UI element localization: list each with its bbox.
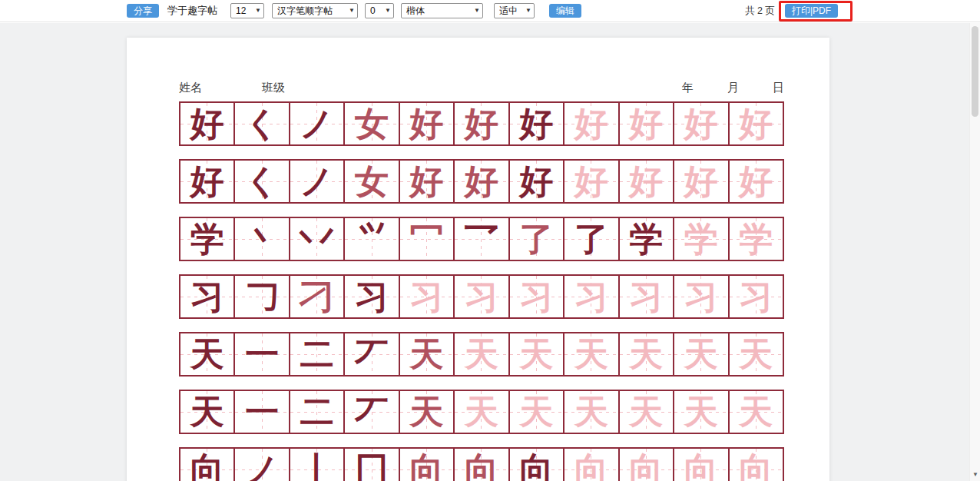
practice-char: く	[245, 161, 280, 202]
grid-cell: 好	[730, 103, 783, 144]
day-label: 日	[773, 81, 784, 95]
grid-cell: 丆	[345, 333, 399, 375]
template-select[interactable]: 汉字笔顺字帖	[272, 3, 358, 18]
grid-cell: 天	[455, 391, 509, 433]
practice-char: 了	[519, 218, 553, 260]
practice-char: 天	[739, 333, 773, 375]
grid-cell: 习	[674, 276, 729, 317]
share-button[interactable]: 分享	[127, 4, 159, 18]
practice-char: 天	[739, 391, 773, 433]
grid-cell: 习	[455, 276, 509, 317]
offset-select[interactable]: 0	[365, 3, 394, 18]
practice-char: 天	[465, 391, 498, 433]
name-label: 姓名	[179, 81, 202, 95]
practice-char: 天	[410, 333, 444, 375]
practice-char: 好	[190, 103, 224, 144]
grid-cell: 好	[620, 161, 674, 202]
grid-cell: 好	[564, 103, 619, 144]
grid-cell: 好	[730, 161, 783, 202]
page-count-label: 共 2 页	[745, 5, 775, 18]
grid-cell: 天	[400, 333, 455, 375]
grid-cell: く	[235, 161, 290, 202]
font-size-select[interactable]: 12	[230, 3, 264, 18]
practice-char: 好	[519, 161, 553, 202]
practice-char: 习	[355, 276, 389, 317]
grid-cell: 习	[730, 276, 783, 317]
practice-grid: 好くノ女好好好好好好好好くノ女好好好好好好好学丶丷⺍冖乛了了学学学习𠃌刁习习习习…	[179, 101, 784, 481]
grid-cell: 好	[620, 103, 674, 144]
font-family-select[interactable]: 楷体	[401, 3, 483, 18]
vertical-scrollbar[interactable]: ▼	[969, 23, 980, 481]
grid-cell: 向	[730, 449, 783, 481]
practice-char: 习	[519, 276, 553, 317]
app-title: 学于趣字帖	[167, 4, 217, 18]
grid-cell: 好	[510, 103, 564, 144]
grid-cell: 向	[674, 449, 729, 481]
main-canvas: 姓名 班级 年 月 日 好くノ女好好好好好好好好くノ女好好好好好好好学丶丷⺍冖乛…	[0, 23, 980, 481]
practice-char: 好	[190, 161, 224, 202]
practice-char: 习	[629, 276, 663, 317]
practice-char: 天	[574, 391, 608, 433]
practice-char: 向	[519, 449, 553, 481]
grid-cell: 女	[345, 161, 399, 202]
char-row: 习𠃌刁习习习习习习习习	[179, 274, 784, 319]
practice-char: 习	[190, 276, 224, 317]
practice-char: 二	[300, 333, 334, 375]
practice-char: 女	[355, 103, 389, 144]
practice-char: 习	[465, 276, 498, 317]
grid-cell: 学	[180, 218, 235, 260]
edit-button[interactable]: 编辑	[549, 4, 581, 18]
grid-cell: 天	[674, 391, 729, 433]
grid-cell: 好	[674, 103, 729, 144]
grid-cell: 冂	[345, 449, 399, 481]
print-pdf-button[interactable]: 打印|PDF	[785, 4, 838, 18]
practice-char: ノ	[245, 449, 280, 481]
practice-char: 天	[410, 391, 444, 433]
practice-char: 丆	[355, 333, 389, 375]
grid-cell: 学	[620, 218, 674, 260]
practice-char: 学	[739, 218, 773, 260]
practice-char: 好	[574, 161, 608, 202]
practice-char: 好	[410, 103, 444, 144]
grid-cell: 天	[730, 391, 783, 433]
grid-cell: 好	[180, 161, 235, 202]
practice-char: 天	[629, 391, 663, 433]
grid-cell: 天	[510, 333, 564, 375]
font-family-select-wrap: 楷体 ▼	[401, 3, 483, 18]
grid-cell: 𠃌	[235, 276, 290, 317]
practice-char: 好	[410, 161, 444, 202]
grid-cell: 天	[564, 391, 619, 433]
practice-char: 天	[519, 333, 553, 375]
practice-char: 一	[245, 391, 279, 433]
practice-char: 女	[355, 161, 389, 202]
grid-cell: 刁	[290, 276, 345, 317]
grid-cell: 天	[455, 333, 509, 375]
practice-char: 好	[739, 103, 773, 144]
practice-char: 天	[190, 333, 224, 375]
practice-char: 天	[574, 333, 608, 375]
practice-char: く	[245, 103, 280, 144]
grid-cell: 天	[674, 333, 729, 375]
practice-char: 习	[574, 276, 608, 317]
class-label: 班级	[262, 81, 285, 95]
grid-cell: 天	[400, 391, 455, 433]
grid-cell: 丶	[235, 218, 290, 260]
grid-cell: 习	[400, 276, 455, 317]
grid-cell: 天	[620, 333, 674, 375]
grid-cell: 好	[510, 161, 564, 202]
practice-char: 好	[739, 161, 773, 202]
scroll-down-icon[interactable]: ▼	[970, 469, 980, 480]
practice-char: 向	[684, 449, 718, 481]
grid-cell: 二	[290, 391, 345, 433]
grid-cell: 天	[620, 391, 674, 433]
practice-char: 乛	[465, 218, 498, 260]
density-select[interactable]: 适中	[494, 3, 535, 18]
grid-cell: 二	[290, 333, 345, 375]
practice-char: 习	[684, 276, 718, 317]
toolbar-right-group: 共 2 页 打印|PDF	[745, 4, 838, 18]
grid-cell: ノ	[235, 449, 290, 481]
grid-cell: 向	[510, 449, 564, 481]
grid-cell: 好	[455, 161, 509, 202]
scrollbar-thumb[interactable]	[972, 26, 978, 117]
practice-char: 习	[739, 276, 773, 317]
